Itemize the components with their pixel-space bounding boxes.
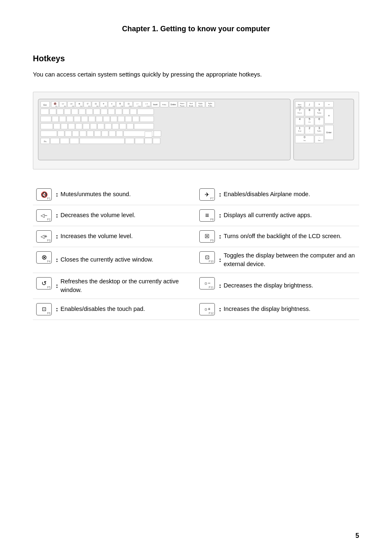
svg-text:9: 9 (318, 109, 320, 111)
svg-rect-98 (134, 123, 154, 129)
svg-rect-60 (57, 109, 64, 114)
svg-rect-58 (41, 109, 49, 114)
hotkey-airplane: ✈ F7 : Enables/disables Airplane mode. (196, 184, 359, 205)
svg-text:F5: F5 (88, 105, 90, 107)
svg-text:F10: F10 (129, 105, 132, 107)
svg-text:1: 1 (299, 127, 300, 130)
svg-text:→: → (318, 121, 320, 123)
svg-rect-92 (90, 123, 97, 129)
svg-rect-88 (61, 123, 67, 129)
svg-text:Home: Home (297, 112, 302, 114)
svg-text:PgDn: PgDn (317, 130, 321, 132)
svg-text:F2: F2 (64, 105, 66, 107)
hotkey-mute: 🔇 F1 : Mutes/unmutes the sound. (33, 184, 196, 205)
svg-rect-64 (86, 109, 93, 114)
svg-text:↓: ↓ (309, 130, 310, 132)
svg-rect-101 (65, 130, 71, 136)
key-airplane-icon: ✈ F7 (199, 188, 215, 201)
svg-rect-74 (59, 116, 66, 122)
key-vol-down-icon: ◁− F2 (36, 209, 52, 222)
hotkey-bright-up-desc: Increases the display brightness. (224, 305, 356, 313)
hotkey-bright-down: ☼− F11 : Decreases the display brightnes… (196, 273, 359, 299)
hotkey-mute-desc: Mutes/unmutes the sound. (60, 190, 193, 199)
svg-rect-76 (74, 116, 81, 122)
section-title: Hotkeys (33, 54, 359, 63)
svg-rect-84 (133, 116, 139, 122)
svg-text:Fn: Fn (44, 140, 46, 142)
svg-rect-68 (115, 109, 122, 114)
svg-text:End: End (298, 130, 301, 132)
svg-rect-65 (94, 109, 100, 114)
svg-text:↺: ↺ (87, 102, 88, 104)
hotkey-bright-down-desc: Decreases the display brightness. (224, 281, 356, 290)
svg-text:F3: F3 (72, 105, 74, 107)
key-bright-down-icon: ☼− F11 (199, 277, 215, 290)
svg-rect-115 (70, 138, 79, 144)
svg-text:−: − (328, 102, 330, 106)
svg-rect-63 (79, 109, 85, 114)
svg-rect-106 (101, 130, 108, 136)
svg-text:⊗: ⊗ (78, 102, 80, 104)
svg-text:Insert: Insert (153, 103, 158, 105)
svg-text:Ins: Ins (304, 139, 306, 141)
svg-text:F6: F6 (97, 105, 99, 107)
key-close-icon: ⊗ F4 (36, 251, 52, 264)
page: Chapter 1. Getting to know your computer… (0, 0, 392, 556)
hotkey-display-toggle: ⊡ F10 : Toggles the display between the … (196, 247, 359, 273)
svg-text:F9: F9 (121, 105, 123, 107)
svg-text:F1: F1 (55, 105, 58, 107)
svg-rect-71 (137, 109, 154, 114)
hotkey-touchpad-desc: Enables/disables the touch pad. (60, 305, 193, 313)
svg-text:☼−: ☼− (136, 102, 139, 104)
svg-text:ScrLk: ScrLk (198, 104, 203, 107)
svg-rect-107 (109, 130, 115, 136)
svg-text:8: 8 (309, 109, 310, 111)
hotkey-vol-up-desc: Increases the volume level. (60, 232, 193, 241)
svg-rect-103 (80, 130, 86, 136)
svg-rect-61 (64, 109, 71, 114)
svg-rect-117 (125, 138, 134, 144)
svg-text:End: End (190, 102, 193, 104)
svg-text:Pause: Pause (180, 104, 185, 107)
svg-rect-97 (127, 123, 134, 129)
svg-rect-104 (87, 130, 94, 136)
hotkey-apps-desc: Displays all currently active apps. (224, 211, 356, 220)
svg-text:Home: Home (180, 102, 184, 104)
svg-rect-95 (112, 123, 119, 129)
svg-text:🔇: 🔇 (54, 102, 57, 105)
hotkey-refresh-desc: Refreshes the desktop or the currently a… (60, 277, 193, 294)
svg-rect-110 (154, 130, 161, 136)
svg-text:↑: ↑ (309, 112, 310, 114)
svg-rect-93 (97, 123, 104, 129)
svg-rect-86 (41, 123, 53, 129)
svg-rect-69 (123, 109, 129, 114)
svg-rect-66 (101, 109, 107, 114)
svg-rect-108 (116, 130, 123, 136)
svg-rect-87 (54, 123, 60, 129)
svg-text:.: . (319, 135, 320, 138)
hotkey-close: ⊗ F4 : Closes the currently active windo… (33, 247, 196, 273)
hotkey-vol-up: ◁+ F3 : Increases the volume level. (33, 226, 196, 247)
svg-text:◁+: ◁+ (70, 102, 73, 104)
svg-rect-121 (153, 138, 160, 144)
svg-rect-67 (108, 109, 115, 114)
svg-rect-81 (111, 116, 117, 122)
svg-text:6: 6 (318, 118, 320, 120)
svg-rect-83 (125, 116, 132, 122)
svg-rect-99 (41, 130, 57, 136)
keyboard-image: Esc 🔇 F1 ◁− F2 ◁+ F3 ⊗ F4 ↺ F5 ⊡ (33, 92, 359, 169)
svg-text:4: 4 (299, 118, 300, 120)
hotkey-close-desc: Closes the currently active window. (60, 255, 193, 264)
svg-text:PrtSc: PrtSc (208, 104, 212, 107)
hotkey-refresh: ↺ F5 : Refreshes the desktop or the curr… (33, 273, 196, 299)
svg-text:F4: F4 (80, 105, 82, 107)
hotkey-bright-up: ☼+ F12 : Increases the display brightnes… (196, 299, 359, 320)
svg-rect-82 (118, 116, 125, 122)
svg-rect-116 (80, 138, 125, 144)
svg-rect-75 (67, 116, 73, 122)
svg-text:Esc: Esc (44, 104, 47, 106)
svg-text:7: 7 (299, 109, 300, 111)
key-display-icon: ⊡ F10 (199, 251, 215, 264)
svg-text:2: 2 (309, 127, 310, 130)
intro-text: You can access certain system settings q… (33, 70, 359, 79)
